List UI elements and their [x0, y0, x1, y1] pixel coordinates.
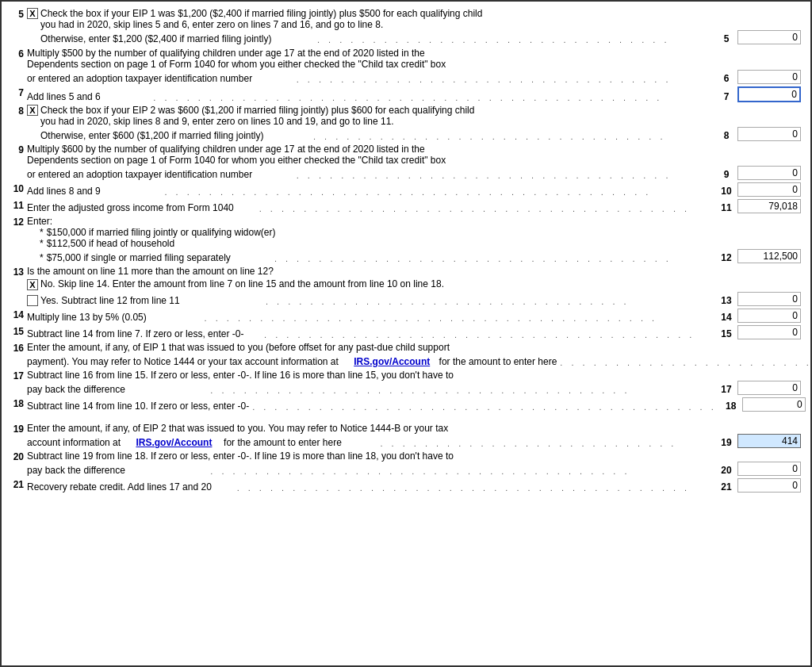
line-13-dots: . . . . . . . . . . . . . . . . . . . . …	[180, 297, 715, 306]
line-17-num: 17	[11, 370, 27, 381]
line-10-label: 10	[715, 185, 737, 197]
line-18-value: 0	[742, 397, 806, 412]
line-5-row: 5 Check the box if your EIP 1 was $1,200…	[11, 8, 801, 44]
line-14-dots: . . . . . . . . . . . . . . . . . . . . …	[147, 313, 715, 323]
line-16-text3: for the amount to enter here	[439, 356, 557, 367]
line-5-text3: Otherwise, enter $1,200 ($2,400 if marri…	[40, 33, 271, 44]
line-9-text3: or entered an adoption taxpayer identifi…	[27, 169, 252, 180]
line-13-value: 0	[737, 292, 801, 306]
line-11-value: 79,018	[737, 199, 801, 213]
line-13-num: 13	[11, 266, 27, 278]
line-15-text: Subtract line 14 from line 7. If zero or…	[27, 328, 243, 339]
line-18-dots: . . . . . . . . . . . . . . . . . . . . …	[249, 402, 720, 412]
line-15-num: 15	[11, 325, 27, 337]
line-18-num: 18	[11, 397, 27, 409]
line-20-value: 0	[737, 462, 801, 476]
line-15-value: 0	[737, 325, 801, 339]
line-5-num: 5	[11, 8, 27, 20]
line-20-dots: . . . . . . . . . . . . . . . . . . . . …	[125, 466, 715, 476]
line-7-text: Add lines 5 and 6	[27, 91, 101, 102]
line-16-row: 16 Enter the amount, if any, of EIP 1 th…	[11, 342, 801, 367]
line-8-checkbox[interactable]	[27, 105, 38, 116]
line-6-value: 0	[737, 70, 801, 84]
line-6-num: 6	[11, 48, 27, 59]
line-12-value: 112,500	[737, 249, 801, 263]
line-17-dots: . . . . . . . . . . . . . . . . . . . . …	[125, 385, 715, 395]
line-11-text: Enter the adjusted gross income from For…	[27, 202, 234, 213]
line-21-text: Recovery rebate credit. Add lines 17 and…	[27, 481, 212, 493]
line-8-dots: . . . . . . . . . . . . . . . . . . . . …	[263, 132, 715, 141]
form-container: 5 Check the box if your EIP 1 was $1,200…	[0, 0, 812, 667]
line-19-num: 19	[11, 423, 27, 435]
line-5-checkbox[interactable]	[27, 8, 38, 19]
line-9-text2: Dependents section on page 1 of Form 104…	[27, 155, 446, 166]
line-17-row: 17 Subtract line 16 from line 15. If zer…	[11, 370, 801, 395]
line-14-text: Multiply line 13 by 5% (0.05)	[27, 312, 147, 323]
line-6-dots: . . . . . . . . . . . . . . . . . . . . …	[252, 75, 715, 84]
line-17-text2: pay back the difference	[27, 384, 125, 395]
line-7-num: 7	[11, 86, 27, 98]
line-20-row: 20 Subtract line 19 from line 18. If zer…	[11, 450, 801, 476]
line-21-num: 21	[11, 478, 27, 490]
line-15-row: 15 Subtract line 14 from line 7. If zero…	[11, 325, 801, 339]
line-5-text: Check the box if your EIP 1 was $1,200 (…	[40, 8, 801, 44]
line-19-text1: Enter the amount, if any, of EIP 2 that …	[27, 423, 448, 434]
line-12-row: 12 Enter: *$150,000 if married filing jo…	[11, 216, 801, 263]
line-9-text1: Multiply $600 by the number of qualifyin…	[27, 144, 425, 155]
line-19-text2: account information at	[27, 437, 121, 448]
line-21-row: 21 Recovery rebate credit. Add lines 17 …	[11, 478, 801, 493]
line-13-yes-text: Yes. Subtract line 12 from line 11	[40, 295, 180, 306]
line-15-label: 15	[715, 328, 737, 339]
line-13-no-checkbox[interactable]	[27, 279, 38, 290]
line-8-label: 8	[715, 129, 737, 141]
line-20-text2: pay back the difference	[27, 465, 125, 476]
line-7-value: 0	[737, 86, 801, 102]
line-19-text3-pre	[215, 437, 220, 448]
line-19-label: 19	[715, 436, 737, 448]
line-7-dots: . . . . . . . . . . . . . . . . . . . . …	[101, 93, 715, 102]
line-6-text3: or entered an adoption taxpayer identifi…	[27, 73, 252, 84]
line-9-value: 0	[737, 166, 801, 180]
line-19-irs-link[interactable]: IRS.gov/Account	[136, 437, 212, 448]
line-19-dots: . . . . . . . . . . . . . . . . . . . . …	[342, 439, 715, 448]
line-12-line-label: 12	[715, 251, 737, 263]
line-6-text1: Multiply $500 by the number of qualifyin…	[27, 48, 425, 59]
line-8-text3: Otherwise, enter $600 ($1,200 if married…	[40, 130, 263, 141]
line-10-dots: . . . . . . . . . . . . . . . . . . . . …	[101, 187, 715, 197]
line-11-dots: . . . . . . . . . . . . . . . . . . . . …	[234, 204, 715, 213]
line-18-row: 18 Subtract line 14 from line 10. If zer…	[11, 397, 801, 412]
line-13-line-label: 13	[715, 294, 737, 306]
line-12-dots: . . . . . . . . . . . . . . . . . . . . …	[231, 254, 715, 263]
line-13-yes-checkbox[interactable]	[27, 295, 38, 306]
line-9-dots: . . . . . . . . . . . . . . . . . . . . …	[252, 171, 715, 180]
line-13-header: 13 Is the amount on line 11 more than th…	[11, 266, 801, 306]
line-16-text2: payment). You may refer to Notice 1444 o…	[27, 356, 339, 367]
line-12-num: 12	[11, 216, 27, 228]
line-11-label: 11	[715, 201, 737, 213]
line-12-bullet-3: $75,000 if single or married filing sepa…	[47, 252, 231, 263]
line-21-dots: . . . . . . . . . . . . . . . . . . . . …	[212, 483, 715, 493]
line-20-num: 20	[11, 450, 27, 462]
line-9-label: 9	[715, 168, 737, 180]
line-19-row: 19 Enter the amount, if any, of EIP 2 th…	[11, 423, 801, 448]
line-14-label: 14	[715, 311, 737, 323]
line-16-irs-link[interactable]: IRS.gov/Account	[354, 356, 430, 367]
line-12-bullet-1: $150,000 if married filing jointly or qu…	[47, 227, 276, 238]
line-21-value: 0	[737, 478, 801, 493]
line-19-text3: for the amount to enter here	[224, 437, 342, 448]
line-21-label: 21	[715, 481, 737, 493]
line-8-text: Check the box if your EIP 2 was $600 ($1…	[40, 105, 801, 141]
line-10-text: Add lines 8 and 9	[27, 186, 101, 197]
line-9-row: 9 Multiply $600 by the number of qualify…	[11, 144, 801, 180]
line-8-row: 8 Check the box if your EIP 2 was $600 (…	[11, 105, 801, 141]
line-16-dots: . . . . . . . . . . . . . . . . . . . . …	[557, 358, 812, 367]
line-5-dots: . . . . . . . . . . . . . . . . . . . . …	[271, 35, 715, 44]
line-7-row: 7 Add lines 5 and 6 . . . . . . . . . . …	[11, 86, 801, 102]
line-12-bullet-2: $112,500 if head of household	[47, 238, 174, 249]
line-13-question: Is the amount on line 11 more than the a…	[27, 266, 274, 277]
line-12-bullets: *$150,000 if married filing jointly or q…	[27, 227, 801, 263]
line-15-dots: . . . . . . . . . . . . . . . . . . . . …	[243, 330, 715, 339]
line-6-label: 6	[715, 72, 737, 84]
line-17-label: 17	[715, 383, 737, 395]
line-9-num: 9	[11, 144, 27, 155]
